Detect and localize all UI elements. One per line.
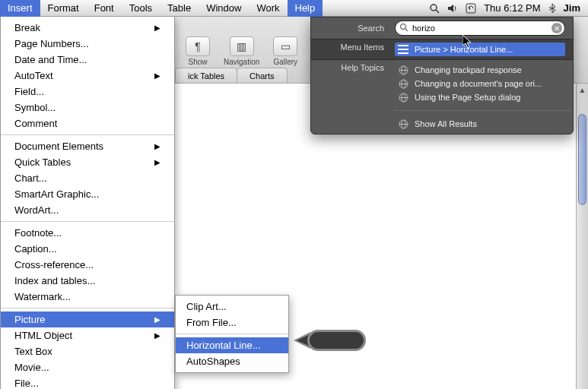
- help-topic-result[interactable]: Using the Page Setup dialog: [395, 90, 565, 104]
- svg-point-0: [431, 5, 437, 11]
- vertical-scrollbar[interactable]: ▲: [576, 84, 588, 389]
- insert-menu-item[interactable]: Movie...: [1, 359, 174, 375]
- menu-font[interactable]: Font: [87, 0, 122, 17]
- globe-icon: [398, 78, 408, 89]
- clear-search-icon[interactable]: ✕: [551, 23, 562, 33]
- help-menu-result[interactable]: Picture > Horizontal Line...: [395, 43, 565, 56]
- picture-submenu-item[interactable]: Clip Art...: [176, 299, 288, 315]
- globe-icon: [398, 65, 408, 75]
- svg-rect-9: [398, 52, 408, 54]
- insert-menu-item[interactable]: Break▶: [1, 20, 174, 36]
- insert-menu-item[interactable]: Page Numbers...: [1, 36, 174, 52]
- svg-marker-2: [448, 5, 453, 12]
- help-search-label: Search: [319, 24, 384, 33]
- callout-pointer: [294, 330, 366, 351]
- menu-window[interactable]: Window: [199, 0, 249, 17]
- sync-icon[interactable]: [466, 3, 476, 14]
- submenu-arrow-icon: ▶: [154, 313, 161, 326]
- menubar: InsertFormatFontToolsTableWindowWorkHelp…: [0, 0, 588, 17]
- mouse-cursor: [462, 35, 473, 52]
- submenu-arrow-icon: ▶: [154, 140, 161, 153]
- volume-icon[interactable]: [447, 3, 458, 14]
- svg-rect-7: [398, 45, 408, 46]
- insert-menu-item[interactable]: Comment: [1, 115, 174, 131]
- ribbon-tab[interactable]: Charts: [237, 68, 287, 83]
- menu-result-icon: [398, 44, 408, 55]
- svg-line-6: [405, 29, 408, 31]
- insert-menu-item[interactable]: Field...: [1, 84, 174, 100]
- picture-submenu: Clip Art...From File...Horizontal Line..…: [175, 295, 289, 373]
- svg-marker-22: [462, 35, 471, 48]
- insert-menu-item[interactable]: Quick Tables▶: [1, 154, 174, 170]
- menu-items-label: Menu Items: [319, 43, 384, 52]
- ribbon-tab[interactable]: ick Tables: [175, 68, 237, 83]
- toolbar-navigation[interactable]: ▥Navigation: [224, 36, 259, 66]
- menu-help[interactable]: Help: [288, 0, 323, 17]
- picture-submenu-item[interactable]: Horizontal Line...: [176, 337, 288, 353]
- insert-menu-item[interactable]: Symbol...: [1, 100, 174, 115]
- insert-menu-item[interactable]: Index and tables...: [1, 273, 174, 289]
- insert-menu-item[interactable]: Text Box: [1, 343, 174, 359]
- search-icon: [399, 23, 408, 33]
- insert-menu-item[interactable]: Chart...: [1, 170, 174, 186]
- globe-icon: [398, 119, 408, 129]
- svg-point-5: [401, 24, 406, 30]
- scroll-up-arrow[interactable]: ▲: [577, 84, 588, 96]
- globe-icon: [398, 92, 408, 103]
- insert-menu-item[interactable]: Footnote...: [1, 225, 174, 241]
- user-menu[interactable]: Jim: [564, 2, 580, 14]
- insert-menu-item[interactable]: HTML Object▶: [1, 327, 174, 343]
- insert-menu-item[interactable]: Document Elements▶: [1, 138, 174, 154]
- insert-menu-item[interactable]: Caption...: [1, 241, 174, 257]
- insert-menu-item[interactable]: Picture▶: [1, 312, 174, 327]
- menu-format[interactable]: Format: [40, 0, 87, 17]
- picture-submenu-item[interactable]: AutoShapes: [176, 353, 288, 369]
- submenu-arrow-icon: ▶: [154, 329, 161, 342]
- submenu-arrow-icon: ▶: [154, 69, 161, 82]
- svg-rect-3: [466, 4, 475, 13]
- insert-menu-item[interactable]: File...: [1, 375, 174, 389]
- insert-menu-item[interactable]: Date and Time...: [1, 52, 174, 68]
- menu-table[interactable]: Table: [160, 0, 199, 17]
- help-topic-result[interactable]: Changing trackpad response: [395, 63, 565, 77]
- spotlight-icon[interactable]: [429, 3, 440, 14]
- svg-line-1: [436, 10, 439, 13]
- bluetooth-icon[interactable]: [548, 3, 556, 14]
- insert-menu-item[interactable]: WordArt...: [1, 202, 174, 218]
- svg-rect-8: [398, 49, 408, 50]
- help-topics-label: Help Topics: [319, 63, 384, 72]
- toolbar-gallery[interactable]: ▭Gallery: [273, 36, 297, 66]
- insert-menu-item[interactable]: AutoText▶: [1, 68, 174, 84]
- help-search-input[interactable]: [395, 21, 565, 36]
- picture-submenu-item[interactable]: From File...: [176, 315, 288, 330]
- menu-insert[interactable]: Insert: [0, 0, 40, 17]
- insert-menu-item[interactable]: Cross-reference...: [1, 257, 174, 273]
- toolbar-show[interactable]: ¶Show: [186, 36, 210, 66]
- menubar-right: Thu 6:12 PM Jim: [429, 2, 588, 14]
- help-search-panel: Search ✕ Menu Items Picture > Horizontal…: [310, 17, 574, 134]
- menu-tools[interactable]: Tools: [122, 0, 160, 17]
- insert-menu-item[interactable]: SmartArt Graphic...: [1, 186, 174, 202]
- insert-menu-dropdown: Break▶Page Numbers...Date and Time...Aut…: [0, 17, 175, 389]
- insert-menu-item[interactable]: Watermark...: [1, 289, 174, 305]
- menu-work[interactable]: Work: [249, 0, 287, 17]
- submenu-arrow-icon: ▶: [154, 21, 161, 34]
- submenu-arrow-icon: ▶: [154, 156, 161, 169]
- scroll-thumb[interactable]: [578, 114, 586, 205]
- clock-text[interactable]: Thu 6:12 PM: [484, 2, 540, 14]
- help-show-all[interactable]: Show All Results: [395, 117, 565, 131]
- help-topic-result[interactable]: Changing a document's page ori...: [395, 77, 565, 90]
